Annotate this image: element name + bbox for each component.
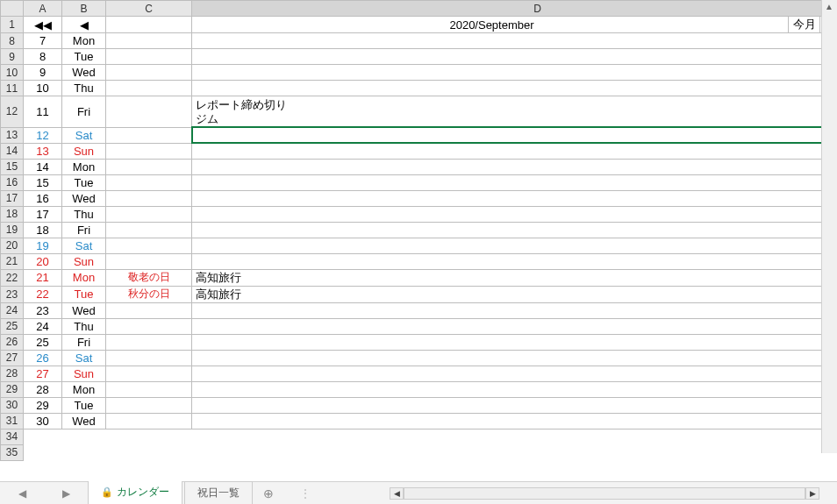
empty-cell[interactable]: [192, 444, 838, 460]
holiday-cell[interactable]: [106, 127, 192, 143]
note-cell[interactable]: [192, 49, 838, 65]
row-header[interactable]: 29: [1, 381, 24, 397]
empty-cell[interactable]: [62, 429, 106, 444]
row-header[interactable]: 28: [1, 366, 24, 381]
holiday-cell[interactable]: 秋分の日: [106, 286, 192, 302]
holiday-cell[interactable]: [106, 334, 192, 350]
dow-cell[interactable]: Wed: [62, 190, 106, 206]
holiday-cell[interactable]: [106, 159, 192, 174]
scroll-up-icon[interactable]: ▲: [825, 2, 833, 11]
note-cell[interactable]: [192, 253, 838, 269]
dow-cell[interactable]: Mon: [62, 33, 106, 49]
row-header[interactable]: 12: [1, 96, 24, 128]
row-header[interactable]: 27: [1, 350, 24, 366]
date-cell[interactable]: 22: [24, 286, 62, 302]
note-cell[interactable]: レポート締め切りジム: [192, 96, 838, 128]
note-cell[interactable]: [192, 65, 838, 81]
dow-cell[interactable]: Mon: [62, 381, 106, 397]
date-cell[interactable]: 15: [24, 174, 62, 190]
note-cell[interactable]: [192, 302, 838, 318]
dow-cell[interactable]: Tue: [62, 174, 106, 190]
holiday-cell[interactable]: [106, 397, 192, 413]
empty-cell[interactable]: [62, 444, 106, 460]
holiday-cell[interactable]: [106, 413, 192, 429]
row-header[interactable]: 26: [1, 334, 24, 350]
row-header[interactable]: 15: [1, 159, 24, 174]
date-cell[interactable]: 25: [24, 334, 62, 350]
dow-cell[interactable]: Sat: [62, 350, 106, 366]
note-cell[interactable]: [192, 174, 838, 190]
date-cell[interactable]: 29: [24, 397, 62, 413]
row-header[interactable]: 13: [1, 127, 24, 143]
note-cell[interactable]: 高知旅行: [192, 286, 838, 302]
dow-cell[interactable]: Sat: [62, 127, 106, 143]
vertical-scrollbar[interactable]: ▲: [821, 0, 837, 453]
row-header[interactable]: 22: [1, 269, 24, 286]
note-cell[interactable]: [192, 334, 838, 350]
note-cell[interactable]: [192, 33, 838, 49]
date-cell[interactable]: 8: [24, 49, 62, 65]
date-cell[interactable]: 14: [24, 159, 62, 174]
date-cell[interactable]: 28: [24, 381, 62, 397]
note-cell[interactable]: [192, 81, 838, 96]
dow-cell[interactable]: Fri: [62, 96, 106, 128]
holiday-cell[interactable]: [106, 81, 192, 96]
cell-C1[interactable]: [106, 17, 192, 33]
date-cell[interactable]: 30: [24, 413, 62, 429]
row-header[interactable]: 8: [1, 33, 24, 49]
date-cell[interactable]: 9: [24, 65, 62, 81]
row-header[interactable]: 18: [1, 206, 24, 222]
empty-cell[interactable]: [24, 444, 62, 460]
holiday-cell[interactable]: [106, 33, 192, 49]
holiday-cell[interactable]: [106, 381, 192, 397]
note-cell[interactable]: [192, 159, 838, 174]
note-cell[interactable]: [192, 206, 838, 222]
add-sheet-button[interactable]: ⊕: [263, 486, 274, 500]
date-cell[interactable]: 18: [24, 222, 62, 238]
dow-cell[interactable]: Sat: [62, 238, 106, 253]
dow-cell[interactable]: Wed: [62, 302, 106, 318]
row-header[interactable]: 24: [1, 302, 24, 318]
note-cell[interactable]: [192, 222, 838, 238]
note-cell[interactable]: [192, 318, 838, 334]
date-cell[interactable]: 19: [24, 238, 62, 253]
date-cell[interactable]: 20: [24, 253, 62, 269]
col-header-C[interactable]: C: [106, 1, 192, 17]
row-header[interactable]: 31: [1, 413, 24, 429]
column-headers[interactable]: A B C D: [1, 1, 838, 17]
row-header[interactable]: 30: [1, 397, 24, 413]
hscroll-left-button[interactable]: ◀: [390, 487, 404, 500]
nav-first-button[interactable]: ◀◀: [24, 17, 62, 33]
empty-cell[interactable]: [106, 444, 192, 460]
note-cell[interactable]: [192, 413, 838, 429]
holiday-cell[interactable]: [106, 49, 192, 65]
row-header[interactable]: 16: [1, 174, 24, 190]
select-all-corner[interactable]: [1, 1, 24, 17]
dow-cell[interactable]: Tue: [62, 49, 106, 65]
row-header[interactable]: 19: [1, 222, 24, 238]
note-cell[interactable]: [192, 127, 838, 143]
holiday-cell[interactable]: [106, 253, 192, 269]
note-cell[interactable]: [192, 366, 838, 381]
row-header[interactable]: 9: [1, 49, 24, 65]
holiday-cell[interactable]: [106, 65, 192, 81]
date-cell[interactable]: 13: [24, 143, 62, 159]
empty-cell[interactable]: [24, 429, 62, 444]
grid-area[interactable]: A B C D 1 ◀◀ ◀ 2020/September 今月 ▶ ▶▶ 87…: [0, 0, 837, 481]
row-header[interactable]: 35: [1, 444, 24, 460]
holiday-cell[interactable]: [106, 174, 192, 190]
dow-cell[interactable]: Thu: [62, 81, 106, 96]
tab-nav-arrows[interactable]: ◀ ▶: [0, 487, 88, 500]
row-header[interactable]: 21: [1, 253, 24, 269]
holiday-cell[interactable]: 敬老の日: [106, 269, 192, 286]
note-cell[interactable]: [192, 397, 838, 413]
today-button[interactable]: 今月: [789, 17, 820, 33]
sheet-tab-active[interactable]: 🔒 カレンダー: [88, 480, 182, 504]
note-cell[interactable]: [192, 190, 838, 206]
worksheet[interactable]: A B C D 1 ◀◀ ◀ 2020/September 今月 ▶ ▶▶ 87…: [0, 0, 837, 461]
holiday-cell[interactable]: [106, 190, 192, 206]
holiday-cell[interactable]: [106, 318, 192, 334]
hscroll-track[interactable]: [404, 487, 805, 500]
tab-nav-prev-icon[interactable]: ◀: [17, 487, 28, 500]
holiday-cell[interactable]: [106, 222, 192, 238]
